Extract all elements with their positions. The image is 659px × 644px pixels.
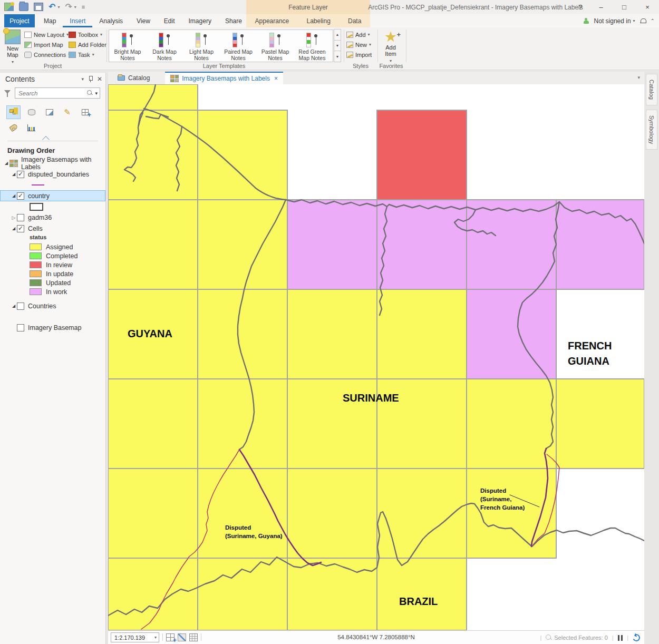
ribbon-tab-edit[interactable]: Edit [157, 14, 182, 27]
expander-icon[interactable]: ◢ [11, 226, 17, 231]
layer-visibility-checkbox[interactable] [17, 214, 24, 221]
grid-cell-in-review[interactable] [377, 110, 467, 200]
legend-swatch[interactable] [30, 270, 42, 277]
maximize-button[interactable]: □ [613, 0, 636, 14]
dock-tab-catalog[interactable]: Catalog [646, 74, 657, 105]
redo-dropdown-icon[interactable]: ▾ [74, 5, 76, 9]
grid-cell-assigned[interactable] [108, 200, 198, 289]
layer-visibility-checkbox[interactable] [17, 324, 24, 331]
grid-cell-in-work[interactable] [556, 200, 644, 289]
styles-new-button[interactable]: New▾ [346, 41, 372, 48]
new-project-icon[interactable] [4, 3, 14, 11]
collapse-ribbon-icon[interactable]: ⌃ [651, 18, 655, 24]
layer-visibility-checkbox[interactable] [17, 192, 24, 200]
panel-close-icon[interactable]: ✕ [97, 75, 102, 83]
refresh-map-icon[interactable] [632, 633, 641, 642]
new-map-button[interactable]: New Map▾ [3, 30, 22, 62]
layer-row-imagery-basemaps-with-labels[interactable]: ◢Imagery Basemaps with Labels [0, 158, 105, 169]
notifications-bell-icon[interactable] [640, 18, 646, 24]
pause-drawing-icon[interactable] [618, 635, 623, 641]
layer-row-cells[interactable]: ◢Cells [0, 223, 105, 234]
redo-icon[interactable]: ↷ [65, 3, 72, 11]
dark-map-notes-button[interactable]: Dark Map Notes [146, 30, 183, 62]
legend-swatch[interactable] [30, 279, 42, 286]
grid-cell-assigned[interactable] [108, 558, 198, 630]
toolbox-button[interactable]: Toolbox▾ [69, 31, 106, 38]
view-tabs-dropdown-icon[interactable]: ▾ [637, 75, 640, 80]
grid-cell-assigned[interactable] [198, 200, 287, 289]
styles-add-button[interactable]: Add▾ [346, 31, 372, 38]
grid-cell-assigned[interactable] [287, 289, 377, 379]
pastel-map-notes-button[interactable]: Pastel Map Notes [257, 30, 294, 62]
undo-dropdown-icon[interactable]: ▾ [57, 5, 60, 9]
grid-cell-assigned[interactable] [287, 558, 377, 630]
list-by-labeling-button[interactable] [6, 121, 21, 134]
search-dropdown-icon[interactable]: ▾ [95, 91, 98, 96]
bright-map-notes-button[interactable]: Bright Map Notes [109, 30, 146, 62]
layer-visibility-checkbox[interactable] [17, 303, 24, 310]
grid-cell-assigned[interactable] [377, 558, 467, 630]
expander-icon[interactable]: ◢ [3, 161, 9, 165]
grid-cell-assigned[interactable] [556, 379, 644, 469]
gallery-expand-icon[interactable]: ▼ [334, 51, 341, 62]
sign-in-status[interactable]: Not signed in [594, 17, 631, 25]
search-input[interactable] [15, 90, 87, 96]
connections-button[interactable]: Connections▾ [24, 51, 70, 58]
gallery-scroll-down-icon[interactable]: ▼ [334, 40, 341, 52]
styles-import-button[interactable]: Import [346, 51, 372, 58]
grid-cell-in-work[interactable] [377, 200, 467, 289]
undo-icon[interactable]: ↶ [49, 3, 55, 11]
layer-row-disputed_boundaries[interactable]: ◢disputed_boundaries [0, 169, 105, 180]
line-symbol[interactable] [32, 184, 44, 186]
ribbon-tab-analysis[interactable]: Analysis [92, 14, 130, 27]
selected-features-status[interactable]: Selected Features: 0 [546, 635, 608, 641]
legend-swatch[interactable] [30, 288, 42, 295]
grid-cell-assigned[interactable] [377, 289, 467, 379]
list-by-snapping-button[interactable] [78, 105, 92, 119]
layer-row-imagery-basemap[interactable]: Imagery Basemap [0, 322, 105, 333]
contextual-tab-appearance[interactable]: Appearance [248, 14, 296, 27]
new-layout-button[interactable]: New Layout▾ [24, 31, 70, 38]
grid-cell-assigned[interactable] [198, 110, 287, 200]
panel-pin-icon[interactable] [88, 76, 93, 82]
expander-icon[interactable]: ◢ [11, 304, 17, 308]
paired-map-notes-button[interactable]: Paired Map Notes [220, 30, 257, 62]
grid-cell-in-work[interactable] [467, 200, 556, 289]
close-view-tab-icon[interactable]: × [274, 75, 278, 82]
layer-row-countries[interactable]: ◢Countries [0, 300, 105, 311]
grid-cell-assigned[interactable] [287, 469, 377, 558]
grid-cell-in-work[interactable] [467, 289, 556, 379]
grid-cell-assigned[interactable] [198, 289, 287, 379]
open-project-icon[interactable] [19, 3, 28, 11]
ribbon-tab-view[interactable]: View [130, 14, 157, 27]
layer-row-country[interactable]: ◢country [0, 190, 105, 201]
dock-tab-symbology[interactable]: Symbology [646, 110, 657, 150]
legend-swatch[interactable] [30, 261, 42, 268]
filter-funnel-icon[interactable] [4, 90, 11, 94]
list-by-editing-button[interactable]: ✎ [60, 105, 74, 119]
task-button[interactable]: Task▾ [69, 51, 106, 58]
add-folder-button[interactable]: Add Folder [69, 41, 106, 48]
close-button[interactable]: × [636, 0, 659, 14]
toolbar-expander[interactable] [7, 136, 98, 141]
legend-swatch[interactable] [30, 252, 42, 259]
gallery-scrollbar[interactable]: ▲ ▼ ▼ [334, 30, 341, 62]
search-icon[interactable] [87, 90, 93, 96]
grid-cell-assigned[interactable] [467, 469, 556, 558]
list-by-data-source-button[interactable] [24, 105, 38, 119]
grid-cell-assigned[interactable] [467, 379, 556, 469]
ribbon-tab-map[interactable]: Map [37, 14, 63, 27]
ribbon-tab-imagery[interactable]: Imagery [182, 14, 218, 27]
expander-icon[interactable]: ▷ [11, 215, 17, 220]
import-map-button[interactable]: Import Map [24, 41, 70, 48]
ribbon-tab-insert[interactable]: Insert [63, 14, 92, 27]
sign-in-dropdown-icon[interactable]: ▾ [633, 18, 635, 23]
view-tab-imagery-basemaps-with-labels[interactable]: Imagery Basemaps with Labels× [165, 72, 283, 84]
grid-cell-assigned[interactable] [108, 469, 198, 558]
gallery-scroll-up-icon[interactable]: ▲ [334, 29, 341, 41]
grid-cell-assigned[interactable] [108, 379, 198, 469]
list-by-drawing-order-button[interactable] [6, 105, 21, 119]
list-by-charts-button[interactable] [24, 121, 38, 134]
layer-visibility-checkbox[interactable] [17, 225, 24, 232]
add-item-button[interactable]: ★ Add Item▾ [380, 30, 402, 63]
